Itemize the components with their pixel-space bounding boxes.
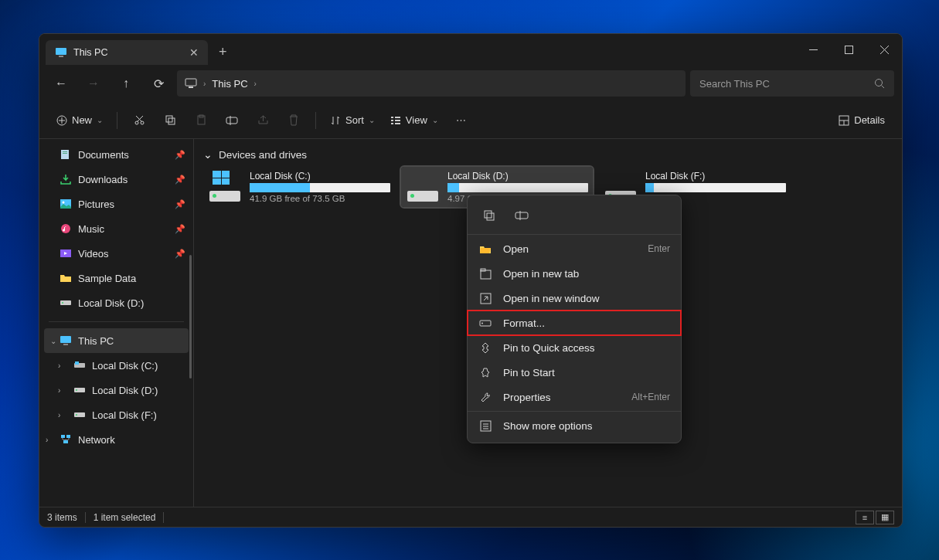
search-input[interactable]: Search This PC xyxy=(690,70,894,97)
this-pc-icon xyxy=(55,47,67,58)
rename-icon-button[interactable] xyxy=(511,205,532,226)
ctx-show-more[interactable]: Show more options xyxy=(468,413,681,438)
drive-icon xyxy=(478,319,492,328)
sidebar-item-local-disk-d[interactable]: ›Local Disk (D:) xyxy=(39,378,193,402)
svg-rect-18 xyxy=(395,117,400,118)
sidebar-item-local-disk-d[interactable]: Local Disk (D:) xyxy=(39,290,193,315)
svg-rect-5 xyxy=(189,87,193,88)
breadcrumb[interactable]: › This PC › xyxy=(177,70,686,97)
new-button[interactable]: New⌄ xyxy=(50,108,109,133)
svg-rect-40 xyxy=(66,435,70,438)
rename-button[interactable] xyxy=(218,108,246,133)
svg-rect-10 xyxy=(166,116,172,122)
pin-icon: 📌 xyxy=(175,249,185,259)
paste-button[interactable] xyxy=(187,108,215,133)
svg-rect-41 xyxy=(63,440,68,443)
chevron-down-icon: ⌄ xyxy=(432,116,438,124)
icons-view-button[interactable]: ▦ xyxy=(876,511,894,524)
svg-rect-42 xyxy=(485,211,492,218)
drive-c[interactable]: Local Disk (C:) 41.9 GB free of 73.5 GB xyxy=(203,167,395,207)
minimize-button[interactable] xyxy=(795,34,831,65)
copy-icon-button[interactable] xyxy=(478,205,500,226)
status-bar: 3 items 1 item selected ≡ ▦ xyxy=(39,507,902,527)
close-window-button[interactable] xyxy=(866,34,902,65)
sidebar-item-pictures[interactable]: Pictures📌 xyxy=(39,192,193,216)
ctx-open-new-tab[interactable]: Open in new tab xyxy=(468,261,681,286)
search-placeholder: Search This PC xyxy=(699,78,874,90)
pin-icon: 📌 xyxy=(175,199,185,209)
sort-button[interactable]: Sort⌄ xyxy=(324,108,381,133)
svg-rect-14 xyxy=(226,117,237,124)
context-menu: OpenEnter Open in new tab Open in new wi… xyxy=(467,195,682,443)
svg-point-49 xyxy=(481,322,483,324)
ctx-pin-quick-access[interactable]: Pin to Quick access xyxy=(468,335,681,360)
sidebar: Documents📌 Downloads📌 Pictures📌 Music📌 V… xyxy=(39,139,194,507)
sidebar-item-music[interactable]: Music📌 xyxy=(39,216,193,241)
new-tab-button[interactable]: + xyxy=(219,44,227,60)
drive-icon xyxy=(208,172,242,202)
new-window-icon xyxy=(478,293,492,304)
forward-button[interactable]: → xyxy=(80,71,107,96)
address-bar: ← → ↑ ⟳ › This PC › Search This PC xyxy=(39,65,902,102)
chevron-down-icon: ⌄ xyxy=(97,116,103,124)
copy-button[interactable] xyxy=(156,108,184,133)
up-button[interactable]: ↑ xyxy=(112,71,140,96)
more-button[interactable]: ⋯ xyxy=(447,108,475,133)
group-header[interactable]: ⌄Devices and drives xyxy=(203,148,893,161)
context-menu-actions xyxy=(468,200,681,232)
back-button[interactable]: ← xyxy=(47,71,75,96)
chevron-right-icon: › xyxy=(46,436,48,444)
pin-icon: 📌 xyxy=(175,175,185,185)
sidebar-item-local-disk-c[interactable]: ›Local Disk (C:) xyxy=(39,353,193,378)
details-view-button[interactable]: ≡ xyxy=(856,511,874,524)
ctx-pin-start[interactable]: Pin to Start xyxy=(468,360,681,385)
svg-point-30 xyxy=(62,302,63,304)
svg-rect-3 xyxy=(845,46,852,53)
selected-count: 1 item selected xyxy=(94,512,156,523)
svg-rect-23 xyxy=(63,151,67,152)
sidebar-item-videos[interactable]: Videos📌 xyxy=(39,241,193,266)
svg-rect-19 xyxy=(395,120,400,121)
folder-open-icon xyxy=(478,244,492,254)
view-button[interactable]: View⌄ xyxy=(384,108,444,133)
svg-point-36 xyxy=(76,389,77,391)
more-options-icon xyxy=(478,420,492,432)
ctx-format[interactable]: Format... xyxy=(468,311,681,335)
svg-rect-4 xyxy=(185,79,196,86)
search-icon xyxy=(874,78,885,89)
svg-point-26 xyxy=(63,202,65,204)
refresh-button[interactable]: ⟳ xyxy=(145,71,172,96)
storage-bar xyxy=(250,183,390,192)
svg-rect-34 xyxy=(75,361,79,365)
svg-rect-32 xyxy=(63,344,68,345)
new-tab-icon xyxy=(478,268,492,280)
svg-point-38 xyxy=(76,414,77,416)
svg-rect-17 xyxy=(391,123,393,124)
drive-name: Local Disk (C:) xyxy=(250,171,390,182)
tab-this-pc[interactable]: This PC ✕ xyxy=(46,40,208,65)
window-controls xyxy=(795,34,902,65)
cut-button[interactable] xyxy=(125,108,153,133)
ctx-properties[interactable]: PropertiesAlt+Enter xyxy=(468,385,681,409)
sidebar-item-documents[interactable]: Documents📌 xyxy=(39,142,193,167)
pin-icon: 📌 xyxy=(175,150,185,160)
chevron-down-icon: ⌄ xyxy=(203,148,213,161)
sidebar-item-downloads[interactable]: Downloads📌 xyxy=(39,167,193,192)
tab-close-icon[interactable]: ✕ xyxy=(189,46,199,59)
maximize-button[interactable] xyxy=(831,34,866,65)
sidebar-item-local-disk-f[interactable]: ›Local Disk (F:) xyxy=(39,402,193,427)
pin-start-icon xyxy=(478,367,492,378)
ctx-open[interactable]: OpenEnter xyxy=(468,236,681,261)
sidebar-item-sample-data[interactable]: Sample Data xyxy=(39,266,193,290)
pin-icon: 📌 xyxy=(175,224,185,234)
delete-button[interactable] xyxy=(280,108,308,133)
pin-icon xyxy=(478,342,492,354)
sidebar-item-network[interactable]: ›Network xyxy=(39,427,193,452)
svg-rect-15 xyxy=(391,117,393,118)
share-button[interactable] xyxy=(249,108,277,133)
ctx-open-new-window[interactable]: Open in new window xyxy=(468,286,681,311)
sidebar-item-this-pc[interactable]: ⌄This PC xyxy=(44,328,189,353)
svg-rect-31 xyxy=(60,336,71,343)
drive-icon xyxy=(406,172,440,202)
details-button[interactable]: Details xyxy=(832,108,891,133)
